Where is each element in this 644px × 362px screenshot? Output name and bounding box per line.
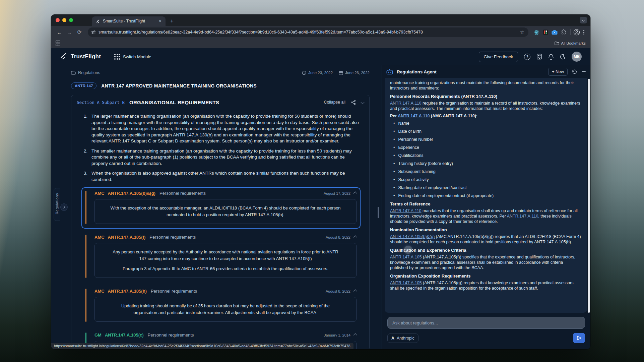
agent-bullet-item: •Qualifications [390, 153, 582, 158]
regulation-item-card[interactable]: AMCANTR.147.A.105(h)Personnel requiremen… [81, 285, 361, 326]
chat-composer: A Anthropic [382, 313, 590, 349]
browser-menu-icon[interactable] [581, 30, 586, 35]
collapse-section-icon[interactable] [361, 100, 364, 104]
breadcrumb-label: Regulations [78, 70, 100, 75]
agent-paragraph: ANTR.147.A.105 (ANTR.147.A.105(f)) speci… [390, 254, 582, 270]
provider-chip[interactable]: A Anthropic [387, 334, 418, 343]
breadcrumb[interactable]: Regulations [71, 70, 100, 75]
profile-icon[interactable] [573, 29, 580, 36]
item-type-label: AMC [94, 289, 105, 294]
bullet-text: Date of Birth [398, 129, 421, 134]
bullet-text: Experience [398, 145, 419, 150]
close-window-button[interactable] [56, 18, 60, 22]
item-reference: ANTR.147.A.105(f) [108, 235, 146, 240]
forward-icon[interactable]: → [65, 28, 74, 37]
regulation-link[interactable]: ANTR.147.A.105 [390, 255, 422, 259]
agent-paragraph: ANTR.147.A.110 mandates that the organis… [390, 208, 582, 224]
agent-scrollbar[interactable] [588, 79, 590, 313]
give-feedback-button[interactable]: Give Feedback [479, 52, 518, 62]
regulation-paragraph: 3.When the organisation is also approved… [81, 170, 361, 183]
item-header[interactable]: AMCANTR.147.A.105(b)&(g)Personnel requir… [94, 191, 357, 196]
item-header[interactable]: GMANTR.147.A.105(c)Personnel requirement… [94, 333, 357, 338]
document-dates: June 23, 2022 June 23, 2022 [302, 71, 370, 75]
url-bar[interactable]: smartsuite.trustflight.io/regulations/6e… [88, 27, 528, 37]
trustflight-app: TrustFlight Switch Module Give Feedback … [51, 48, 590, 349]
notifications-bell-icon[interactable] [548, 54, 554, 60]
send-button[interactable] [573, 333, 585, 343]
regulation-link[interactable]: ANTR.147.A.105(b)&(g) [390, 234, 435, 239]
collapse-item-icon[interactable] [353, 191, 357, 195]
collapse-item-icon[interactable] [353, 333, 357, 337]
browser-tabstrip: SmartSuite - TrustFlight × + [51, 14, 590, 26]
bullet-dot-icon: • [393, 185, 395, 190]
dark-mode-moon-icon[interactable] [560, 54, 566, 60]
section-title: ORGANISATIONAL REQUIREMENTS [129, 100, 219, 105]
section-header[interactable]: Section A Subpart B ORGANISATIONAL REQUI… [71, 95, 369, 109]
extension-icon[interactable] [543, 29, 548, 35]
item-type-label: AMC [94, 235, 105, 240]
page-title: ANTR 147 APPROVED MAINTENANCE TRAINING O… [101, 83, 257, 88]
collapse-item-icon[interactable] [353, 289, 357, 293]
item-header[interactable]: AMCANTR.147.A.105(h)Personnel requiremen… [94, 289, 357, 294]
share-icon[interactable] [351, 100, 356, 105]
paragraph-text: The larger maintenance training organisa… [91, 113, 361, 144]
tab-search-button[interactable] [580, 17, 587, 23]
regulation-link[interactable]: ANTR.147.A.105 [390, 281, 422, 285]
bookmark-star-icon[interactable]: ☆ [520, 29, 525, 35]
switch-module-button[interactable]: Switch Module [114, 54, 151, 60]
regulation-item-card[interactable]: AMCANTR.147.A.105(f)Personnel requiremen… [81, 231, 361, 283]
browser-toolbar: ← → ⟳ smartsuite.trustflight.io/regulati… [51, 26, 590, 39]
site-settings-icon[interactable] [91, 30, 96, 35]
app-header: TrustFlight Switch Module Give Feedback … [51, 48, 590, 65]
react-devtools-extension-icon[interactable] [534, 29, 539, 35]
browser-window: SmartSuite - TrustFlight × + ← → ⟳ smart… [51, 14, 590, 349]
item-body-text: Updating training should normally be of … [94, 297, 357, 322]
new-tab-button[interactable]: + [170, 18, 174, 24]
window-controls [51, 14, 77, 26]
collapse-item-icon[interactable] [353, 235, 357, 239]
regulations-side-tab[interactable]: Regulations [54, 188, 60, 221]
apps-grid-icon[interactable] [56, 41, 60, 46]
brand-name: TrustFlight [71, 53, 101, 60]
back-icon[interactable]: ← [55, 28, 64, 37]
regulation-link[interactable]: ANTR.147.A.110 [390, 208, 422, 213]
item-header[interactable]: AMCANTR.147.A.105(f)Personnel requiremen… [94, 235, 357, 240]
reload-icon[interactable]: ⟳ [75, 28, 84, 37]
bullet-dot-icon: • [393, 161, 395, 166]
chat-input[interactable] [387, 317, 585, 329]
bullet-text: Training history (before entry) [398, 161, 453, 166]
help-icon[interactable]: ? [524, 54, 530, 60]
url-text[interactable]: smartsuite.trustflight.io/regulations/6e… [99, 30, 517, 35]
minimize-panel-icon[interactable] [581, 71, 586, 73]
new-chat-button[interactable]: + New [548, 68, 568, 76]
regulation-badge[interactable]: ANTR.147 [71, 82, 96, 89]
zoom-window-button[interactable] [69, 18, 73, 22]
minimize-window-button[interactable] [62, 18, 66, 22]
agent-bullet-item: •Personnel Number [390, 137, 582, 142]
main-scrollbar[interactable] [378, 207, 379, 218]
folder-icon [555, 41, 559, 45]
module-grid-icon [114, 54, 120, 60]
changelog-icon[interactable] [536, 54, 542, 60]
item-content: AMCANTR.147.A.105(f)Personnel requiremen… [94, 235, 357, 278]
regulation-item-card[interactable]: AMCANTR.147.A.105(b)&(g)Personnel requir… [81, 187, 361, 229]
agent-bullet-item: •Scope of activity [390, 177, 582, 182]
agent-section-heading: Nomination Documentation [390, 227, 582, 233]
tab-close-icon[interactable]: × [158, 19, 162, 23]
user-avatar[interactable]: ME [572, 52, 582, 62]
screenshot-extension-icon[interactable] [552, 30, 558, 35]
expand-sidebar-button[interactable] [60, 203, 68, 211]
extensions-puzzle-icon[interactable] [561, 29, 566, 35]
regulation-link[interactable]: ANTR.147.A.110 [507, 214, 538, 219]
regulation-link[interactable]: ANTR.147.A.110 [398, 114, 430, 118]
collapse-all-button[interactable]: Collapse all [324, 100, 345, 105]
trustflight-logo[interactable]: TrustFlight [60, 53, 101, 60]
paragraph-text: When the organisation is also approved a… [91, 170, 361, 183]
item-accent-bar [85, 289, 86, 322]
regulation-link[interactable]: ANTR.147.A.110 [390, 101, 422, 106]
browser-tab[interactable]: SmartSuite - TrustFlight × [92, 16, 166, 26]
agent-bullet-item: •Subsequent training [390, 169, 582, 174]
all-bookmarks-button[interactable]: All Bookmarks [555, 41, 586, 45]
chat-history-icon[interactable] [571, 68, 578, 75]
item-body-text: Any person currently accepted by the Aut… [94, 243, 357, 278]
